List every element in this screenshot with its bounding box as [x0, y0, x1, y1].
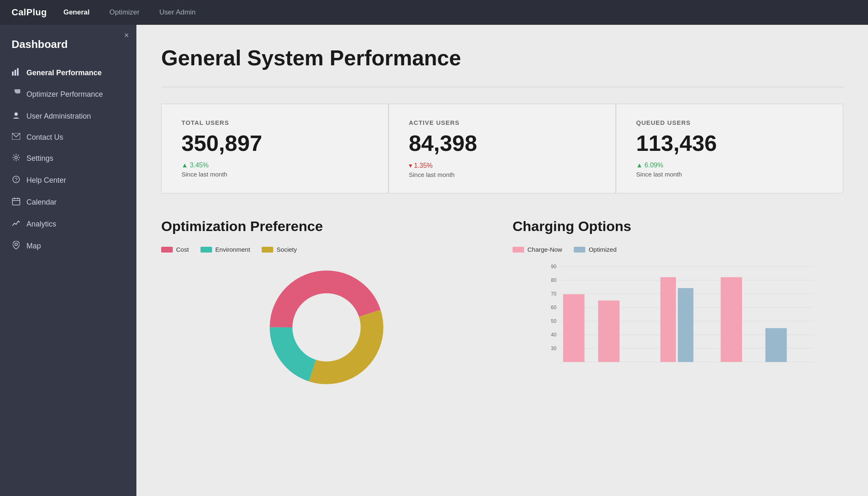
bar-chart-svg: 90 80 70 60 50 40 30 [513, 261, 843, 393]
sidebar-label-calendar: Calendar [26, 198, 57, 207]
stat-label-active: ACTIVE USERS [409, 119, 596, 126]
sidebar-item-help-center[interactable]: ? Help Center [0, 169, 136, 191]
sidebar-label-optimizer-performance: Optimizer Performance [26, 90, 103, 99]
optimization-legend: Cost Environment Society [161, 246, 492, 253]
legend-dot-optimized [574, 247, 585, 253]
help-icon: ? [12, 175, 21, 186]
legend-label-society: Society [277, 246, 297, 253]
sidebar-item-optimizer-performance[interactable]: Optimizer Performance [0, 83, 136, 105]
map-pin-icon [12, 241, 21, 251]
sidebar-item-calendar[interactable]: Calendar [0, 191, 136, 213]
charging-chart-title: Charging Options [513, 218, 843, 234]
stat-label-total: TOTAL USERS [181, 119, 368, 126]
charging-legend: Charge-Now Optimized [513, 246, 843, 253]
optimization-chart-title: Optimization Preference [161, 218, 492, 234]
sidebar-item-user-administration[interactable]: User Administration [0, 105, 136, 127]
legend-society: Society [262, 246, 297, 253]
charts-row: Optimization Preference Cost Environment… [161, 218, 843, 393]
legend-environment: Environment [200, 246, 250, 253]
stat-card-queued-users: QUEUED USERS 113,436 ▲ 6.09% Since last … [616, 104, 843, 193]
bar-group7-optimized [765, 328, 787, 362]
legend-dot-cost [161, 247, 173, 253]
sidebar-item-general-performance[interactable]: General Performance [0, 62, 136, 83]
bar-group1-charge-now [563, 294, 584, 362]
stat-change-queued: ▲ 6.09% [636, 162, 823, 169]
donut-chart-wrapper [161, 261, 492, 393]
svg-text:60: 60 [551, 305, 557, 310]
nav-general[interactable]: General [60, 7, 93, 18]
user-icon [12, 111, 21, 122]
legend-label-optimized: Optimized [589, 246, 617, 253]
stat-change-total: ▲ 3.45% [181, 162, 368, 169]
optimization-chart-panel: Optimization Preference Cost Environment… [161, 218, 492, 393]
svg-point-17 [293, 293, 360, 361]
bar-group4-optimized [678, 288, 694, 362]
page-title: General System Performance [161, 45, 843, 70]
title-divider [161, 87, 843, 87]
top-nav: CalPlug General Optimizer User Admin [0, 0, 868, 25]
stats-row: TOTAL USERS 350,897 ▲ 3.45% Since last m… [161, 104, 843, 193]
stat-since-active: Since last month [409, 171, 596, 178]
sidebar-label-help-center: Help Center [26, 176, 66, 185]
sidebar-item-contact-us[interactable]: Contact Us [0, 127, 136, 148]
app-brand: CalPlug [12, 7, 47, 18]
sidebar-label-analytics: Analytics [26, 220, 56, 229]
svg-rect-0 [12, 72, 14, 76]
charging-chart-panel: Charging Options Charge-Now Optimized 90 [513, 218, 843, 393]
bar-group2-charge-now [598, 300, 620, 362]
stat-card-active-users: ACTIVE USERS 84,398 ▾ 1.35% Since last m… [389, 104, 616, 193]
legend-label-charge-now: Charge-Now [527, 246, 562, 253]
sidebar-label-general-performance: General Performance [26, 69, 102, 77]
sidebar-item-settings[interactable]: Settings [0, 148, 136, 169]
sidebar-item-analytics[interactable]: Analytics [0, 213, 136, 235]
stat-value-active: 84,398 [409, 130, 596, 156]
sidebar-label-settings: Settings [26, 154, 53, 163]
sidebar-label-user-administration: User Administration [26, 112, 91, 121]
sidebar-label-map: Map [26, 242, 41, 250]
nav-user-admin[interactable]: User Admin [156, 7, 199, 18]
svg-point-3 [14, 112, 18, 116]
legend-cost: Cost [161, 246, 189, 253]
stat-since-total: Since last month [181, 171, 368, 178]
svg-text:90: 90 [551, 264, 557, 269]
arrow-up-queued-icon: ▲ [636, 162, 643, 169]
svg-point-5 [15, 156, 17, 159]
bar-group4-charge-now [661, 277, 676, 362]
arrow-up-icon: ▲ [181, 162, 188, 169]
bar-chart-icon [12, 68, 21, 78]
arrow-down-icon: ▾ [409, 162, 412, 169]
analytics-icon [12, 219, 21, 229]
sidebar-item-map[interactable]: Map [0, 235, 136, 257]
main-layout: × Dashboard General Performance Optimize… [0, 25, 868, 496]
stat-card-total-users: TOTAL USERS 350,897 ▲ 3.45% Since last m… [161, 104, 389, 193]
svg-text:30: 30 [551, 346, 557, 351]
sidebar-title: Dashboard [0, 35, 136, 62]
stat-value-queued: 113,436 [636, 130, 823, 156]
svg-text:40: 40 [551, 332, 557, 338]
nav-optimizer[interactable]: Optimizer [106, 7, 143, 18]
legend-optimized: Optimized [574, 246, 617, 253]
legend-label-environment: Environment [215, 246, 250, 253]
contact-icon [12, 133, 21, 142]
stat-label-queued: QUEUED USERS [636, 119, 823, 126]
svg-rect-1 [14, 70, 16, 76]
bar-group6-charge-now [721, 277, 742, 362]
close-icon[interactable]: × [124, 31, 129, 40]
svg-rect-2 [17, 68, 19, 76]
svg-rect-8 [12, 198, 20, 205]
calendar-icon [12, 197, 21, 207]
pie-chart-icon [12, 89, 21, 100]
stat-since-queued: Since last month [636, 171, 823, 178]
svg-text:50: 50 [551, 318, 557, 324]
stat-value-total: 350,897 [181, 130, 368, 156]
legend-label-cost: Cost [176, 246, 189, 253]
svg-text:70: 70 [551, 291, 557, 297]
svg-text:80: 80 [551, 277, 557, 283]
legend-dot-charge-now [513, 247, 524, 253]
legend-charge-now: Charge-Now [513, 246, 562, 253]
legend-dot-society [262, 247, 273, 253]
legend-dot-environment [200, 247, 212, 253]
svg-point-12 [15, 243, 17, 246]
bar-chart-container: 90 80 70 60 50 40 30 [513, 261, 843, 393]
donut-chart-svg [260, 261, 393, 393]
